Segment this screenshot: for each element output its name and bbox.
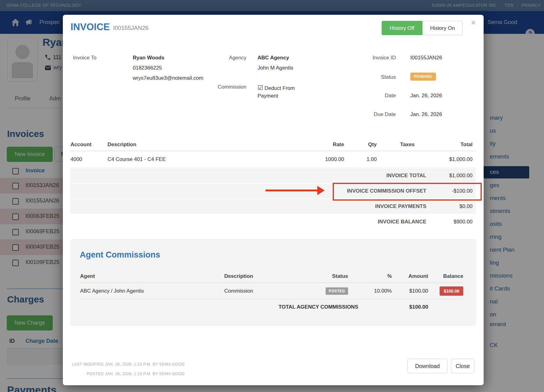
col-taxes: Taxes [377, 142, 415, 148]
agent-commissions-table: Agent Description Status % Amount Balanc… [80, 270, 463, 315]
due-date-label: Due Date [349, 111, 396, 118]
last-modified-text: LAST MODIFIED JAN. 26, 2026, 1:23 P.M. B… [71, 359, 185, 369]
totals-row-invoice-payments: INVOICE PAYMENTS $0.00 [71, 199, 476, 214]
agent-commissions-panel: Agent Commissions Agent Description Stat… [71, 239, 476, 326]
agent-percent: 10.00% [348, 288, 392, 294]
item-description: C4 Course 401 - C4 FEE [108, 156, 304, 162]
posted-text: POSTED JAN. 26, 2026, 1:23 P.M. BY SEMA … [71, 369, 185, 378]
close-button[interactable]: Close [451, 359, 474, 373]
commission-line2: Payment [258, 93, 278, 99]
col-rate: Rate [304, 142, 344, 148]
modal-title: INVOICE [71, 22, 110, 33]
commission-label: Commission [198, 84, 246, 90]
item-row: 4000 C4 Course 401 - C4 FEE 1000.00 1.00… [71, 151, 476, 168]
totals-row-invoice-balance: INVOICE BALANCE $900.00 [71, 214, 476, 229]
agent-balance-badge: $100.00 [428, 286, 463, 296]
item-total: $1,000.00 [415, 156, 476, 162]
invoice-id-label: Invoice ID [349, 55, 396, 61]
checked-checkbox-icon: ☑ [258, 84, 263, 91]
date-value: Jan. 26, 2026 [410, 93, 442, 99]
download-button[interactable]: Download [407, 359, 448, 373]
date-label: Date [349, 93, 396, 99]
history-on-button[interactable]: History On [422, 21, 463, 35]
agent-name: ABC Agency / John Agentis [80, 288, 224, 294]
annotation-arrow-head [317, 186, 325, 195]
commission-value: ☑ Deduct From Payment [258, 84, 313, 101]
history-off-button[interactable]: History Off [382, 21, 422, 35]
invoice-modal: INVOICE I00155JAN26 History Off History … [63, 15, 484, 385]
invoice-to-phone: 0182366225 [133, 65, 162, 71]
totals-row-invoice-total: INVOICE TOTAL $1,000.00 [71, 168, 476, 183]
col-total: Total [415, 142, 476, 148]
col-account: Account [71, 142, 108, 148]
col-agent: Agent [80, 273, 224, 279]
items-header-row: Account Description Rate Qty Taxes Total [71, 138, 476, 151]
close-icon[interactable]: × [469, 18, 478, 28]
agent-amount: $100.00 [392, 288, 428, 294]
item-account: 4000 [71, 156, 108, 162]
modal-audit-log: LAST MODIFIED JAN. 26, 2026, 1:23 P.M. B… [71, 359, 185, 378]
col-amount: Amount [392, 273, 428, 279]
agent-status-badge: POSTED [311, 287, 348, 295]
invoice-id-value: I00155JAN26 [410, 55, 442, 61]
agent-commissions-title: Agent Commissions [80, 250, 160, 260]
agent-header-row: Agent Description Status % Amount Balanc… [80, 270, 463, 283]
agent-description: Commission [224, 288, 302, 294]
due-date-value: Jan. 26, 2026 [410, 111, 442, 118]
agent-commission-row: ABC Agency / John Agentis Commission POS… [80, 283, 463, 299]
invoice-to-label: Invoice To [73, 55, 96, 61]
col-qty: Qty [344, 142, 377, 148]
agency-label: Agency [198, 55, 246, 61]
invoice-to-email: wrys7eu83ue3@notemail.com [133, 75, 203, 81]
modal-invoice-number: I00155JAN26 [113, 25, 148, 31]
agency-name: ABC Agency [258, 55, 289, 61]
col-description: Description [224, 273, 302, 279]
col-description: Description [108, 142, 304, 148]
col-percent: % [348, 273, 392, 279]
invoice-to-name: Ryan Woods [133, 55, 164, 61]
screen: SEMA COLLEGE OF TECHNOLOGY ©2009-26 AMPE… [0, 0, 544, 392]
commission-line1: Deduct From [265, 85, 295, 91]
status-badge: PENDING [410, 73, 436, 81]
annotation-highlight-box [333, 183, 482, 201]
item-qty: 1.00 [344, 156, 377, 162]
status-label: Status [349, 74, 396, 80]
annotation-arrow [266, 190, 319, 191]
agency-contact: John M Agentis [258, 65, 293, 71]
agent-total-row: TOTAL AGENCY COMMISSIONS $100.00 [80, 299, 463, 315]
col-status: Status [311, 273, 348, 279]
item-rate: 1000.00 [304, 156, 344, 162]
col-balance: Balance [428, 273, 463, 279]
